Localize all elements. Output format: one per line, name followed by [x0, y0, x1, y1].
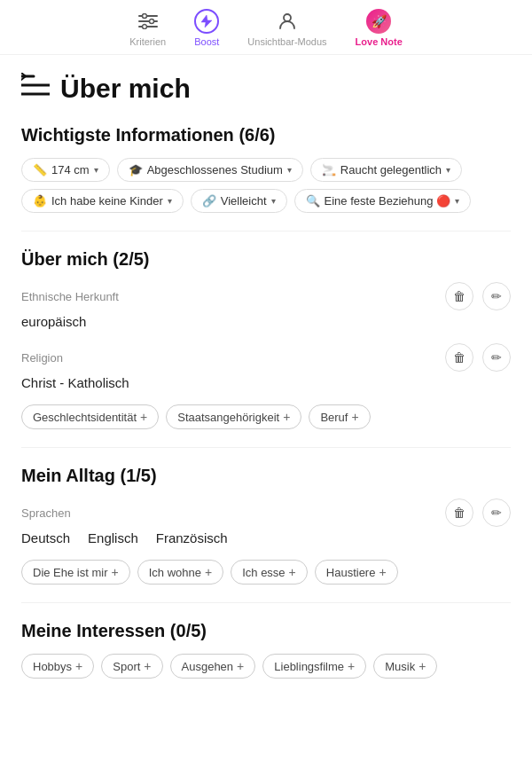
- badge-kinder-text: Ich habe keine Kinder: [51, 194, 163, 208]
- ethnische-actions: 🗑 ✏: [445, 282, 511, 310]
- chip-hobbys[interactable]: Hobbys +: [21, 654, 94, 679]
- top-navigation: Kriterien Boost Unsichtbar-Modus 🚀 Love …: [0, 0, 532, 55]
- wichtigste-section: Wichtigste Informationen (6/6) 📏 174 cm …: [21, 125, 511, 213]
- page-title-icon: [21, 73, 50, 104]
- religion-header-row: Religion 🗑 ✏: [21, 343, 511, 372]
- chip-esse-text: Ich esse: [242, 566, 285, 579]
- badge-studium[interactable]: 🎓 Abgeschlossenes Studium ▾: [117, 158, 303, 182]
- badge-height[interactable]: 📏 174 cm ▾: [21, 158, 110, 182]
- chip-ausgehen-text: Ausgehen: [182, 660, 234, 673]
- nav-boost[interactable]: Boost: [194, 9, 219, 47]
- religion-value: Christ - Katholisch: [21, 375, 511, 390]
- ethnische-value: europäisch: [21, 314, 511, 329]
- chip-staatsange-plus: +: [283, 410, 290, 424]
- chip-sport-text: Sport: [113, 660, 140, 673]
- chip-beruf[interactable]: Beruf +: [309, 404, 370, 429]
- chip-haustiere-plus: +: [379, 565, 386, 579]
- chip-esse-plus: +: [289, 565, 296, 579]
- chevron-vielleicht: ▾: [271, 196, 276, 206]
- sprachen-edit-btn[interactable]: ✏: [482, 498, 511, 527]
- lang-deutsch: Deutsch: [21, 530, 70, 545]
- chevron-height: ▾: [94, 165, 98, 175]
- badge-raucht[interactable]: 🚬 Raucht gelegentlich ▾: [310, 158, 462, 182]
- svg-point-4: [149, 20, 153, 24]
- religion-edit-btn[interactable]: ✏: [482, 343, 511, 372]
- boost-label: Boost: [194, 36, 219, 47]
- chip-lieblingsfilme[interactable]: Lieblingsfilme +: [262, 654, 366, 679]
- divider-3: [21, 602, 511, 603]
- studium-icon: 🎓: [129, 163, 143, 177]
- chip-sport[interactable]: Sport +: [101, 654, 162, 679]
- unsichtbar-icon: [275, 9, 300, 34]
- sprachen-values: Deutsch Englisch Französisch: [21, 530, 511, 545]
- raucht-icon: 🚬: [322, 163, 336, 177]
- religion-label: Religion: [21, 351, 63, 365]
- chip-geschlecht[interactable]: Geschlechtsidentität +: [21, 404, 159, 429]
- badge-studium-text: Abgeschlossenes Studium: [147, 163, 283, 177]
- ethnische-label: Ethnische Herkunft: [21, 290, 119, 303]
- alltag-header: Mein Alltag (1/5): [21, 466, 511, 486]
- chip-wohne-plus: +: [205, 565, 212, 579]
- kriterien-label: Kriterien: [129, 36, 166, 47]
- unsichtbar-label: Unsichtbar-Modus: [247, 36, 326, 47]
- chip-ehe-plus: +: [112, 565, 119, 579]
- alltag-section: Mein Alltag (1/5) Sprachen 🗑 ✏ Deutsch E…: [21, 466, 511, 585]
- kinder-icon: 👶: [33, 194, 47, 208]
- nav-lovenote[interactable]: 🚀 Love Note: [356, 9, 403, 47]
- badge-vielleicht[interactable]: 🔗 Vielleicht ▾: [191, 189, 287, 213]
- religion-item: Religion 🗑 ✏ Christ - Katholisch: [21, 343, 511, 390]
- nav-kriterien[interactable]: Kriterien: [129, 9, 166, 47]
- chip-staatsange-text: Staatsangehörigkeit: [177, 411, 279, 424]
- sprachen-item: Sprachen 🗑 ✏ Deutsch Englisch Französisc…: [21, 498, 511, 545]
- chevron-beziehung: ▾: [455, 196, 459, 206]
- chevron-kinder: ▾: [168, 196, 172, 206]
- chip-musik[interactable]: Musik +: [373, 654, 437, 679]
- sprachen-delete-btn[interactable]: 🗑: [445, 498, 473, 527]
- badge-beziehung[interactable]: 🔍 Eine feste Beziehung 🔴 ▾: [294, 189, 471, 213]
- chip-sport-plus: +: [144, 659, 151, 673]
- alltag-add-chips: Die Ehe ist mir + Ich wohne + Ich esse +…: [21, 560, 511, 585]
- boost-icon: [194, 9, 219, 34]
- chip-ehe[interactable]: Die Ehe ist mir +: [21, 560, 130, 585]
- ethnische-header-row: Ethnische Herkunft 🗑 ✏: [21, 282, 511, 310]
- svg-point-3: [142, 14, 146, 19]
- chevron-raucht: ▾: [446, 165, 450, 175]
- lang-franzosisch: Französisch: [156, 530, 228, 545]
- chip-hobbys-plus: +: [75, 659, 82, 673]
- badge-raucht-text: Raucht gelegentlich: [340, 163, 442, 177]
- wichtigste-header: Wichtigste Informationen (6/6): [21, 125, 511, 145]
- ethnische-edit-btn[interactable]: ✏: [482, 282, 511, 310]
- height-icon: 📏: [33, 163, 47, 177]
- badge-kinder[interactable]: 👶 Ich habe keine Kinder ▾: [21, 189, 184, 213]
- chip-haustiere-text: Haustiere: [326, 566, 376, 579]
- interessen-header: Meine Interessen (0/5): [21, 621, 511, 641]
- chip-beruf-plus: +: [351, 410, 358, 424]
- divider-1: [21, 231, 511, 231]
- chip-esse[interactable]: Ich esse +: [231, 560, 308, 585]
- chevron-studium: ▾: [287, 165, 292, 175]
- chip-haustiere[interactable]: Haustiere +: [315, 560, 398, 585]
- sprachen-actions: 🗑 ✏: [445, 498, 511, 527]
- main-content: Über mich Wichtigste Informationen (6/6)…: [0, 55, 532, 767]
- chip-staatsange[interactable]: Staatsangehörigkeit +: [166, 404, 301, 429]
- chip-ausgehen[interactable]: Ausgehen +: [170, 654, 256, 679]
- divider-2: [21, 447, 511, 448]
- sprachen-header-row: Sprachen 🗑 ✏: [21, 498, 511, 527]
- chip-wohne[interactable]: Ich wohne +: [137, 560, 223, 585]
- uebermich-header: Über mich (2/5): [21, 249, 511, 270]
- chip-ehe-text: Die Ehe ist mir: [33, 566, 108, 579]
- badges-row-2: 👶 Ich habe keine Kinder ▾ 🔗 Vielleicht ▾…: [21, 189, 511, 213]
- lovenote-icon: 🚀: [366, 9, 391, 34]
- nav-unsichtbar[interactable]: Unsichtbar-Modus: [247, 9, 326, 47]
- religion-delete-btn[interactable]: 🗑: [445, 343, 473, 372]
- page-title: Über mich: [60, 74, 191, 104]
- lang-englisch: Englisch: [88, 530, 138, 545]
- vielleicht-icon: 🔗: [202, 194, 216, 208]
- chip-musik-plus: +: [419, 659, 426, 673]
- kriterien-icon: [136, 9, 160, 34]
- ethnische-delete-btn[interactable]: 🗑: [445, 282, 473, 310]
- sprachen-label: Sprachen: [21, 506, 71, 520]
- lovenote-label: Love Note: [356, 36, 403, 47]
- uebermich-add-chips: Geschlechtsidentität + Staatsangehörigke…: [21, 404, 511, 429]
- interessen-section: Meine Interessen (0/5) Hobbys + Sport + …: [21, 621, 511, 749]
